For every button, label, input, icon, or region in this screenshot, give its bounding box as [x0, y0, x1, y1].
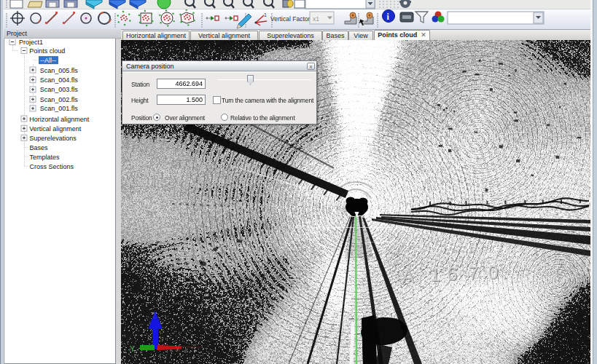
svg-text:Templates: Templates: [30, 154, 61, 161]
svg-text:Superelevations: Superelevations: [29, 135, 77, 142]
svg-text:1: 1: [264, 12, 267, 17]
svg-text:Bases: Bases: [30, 144, 49, 151]
svg-text:--All--: --All--: [40, 57, 56, 64]
svg-text:Scan_005.fls: Scan_005.fls: [40, 67, 79, 74]
svg-text:Vertical alignment: Vertical alignment: [29, 125, 82, 132]
svg-text:Vertical Factor: Vertical Factor: [270, 15, 310, 23]
svg-text:Scan_002.fls: Scan_002.fls: [40, 96, 79, 103]
svg-text:Scan_001.fls: Scan_001.fls: [40, 105, 79, 112]
svg-text:Points cloud: Points cloud: [29, 47, 65, 55]
svg-text:Project1: Project1: [19, 39, 43, 46]
svg-text:Scan_003.fls: Scan_003.fls: [40, 86, 79, 93]
svg-text:Horizontal alignment: Horizontal alignment: [29, 116, 90, 123]
svg-text:Cross Sections: Cross Sections: [30, 163, 74, 170]
svg-text:x1: x1: [313, 15, 319, 23]
svg-text:Scan_004.fls: Scan_004.fls: [40, 76, 79, 84]
